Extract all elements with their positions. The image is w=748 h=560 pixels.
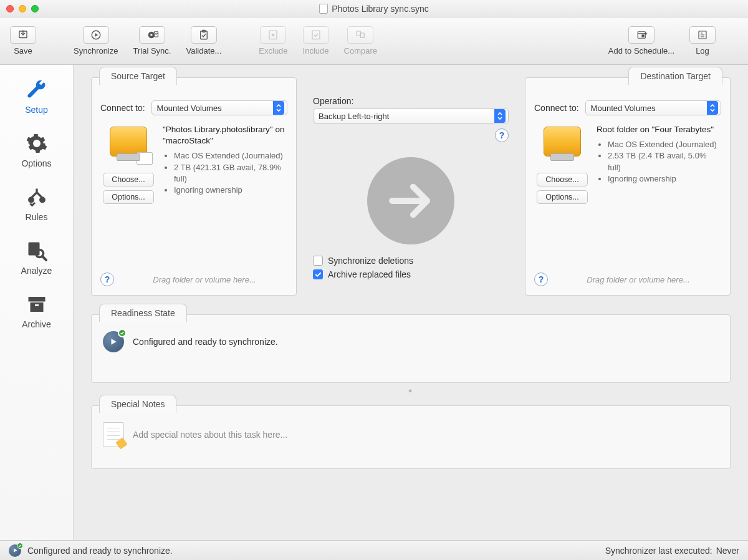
- source-drag-hint: Drag folder or volume here...: [122, 275, 287, 284]
- titlebar: Photos Library sync.sync: [0, 0, 748, 17]
- destination-title: Root folder on "Four Terabytes": [597, 124, 721, 135]
- rules-icon: [26, 186, 48, 208]
- toolbar-trial-sync[interactable]: Trial Sync.: [133, 26, 171, 56]
- trial-sync-icon: [146, 29, 158, 41]
- source-target-panel: Source Target Connect to: Mounted Volume…: [91, 77, 297, 296]
- source-drive-icon: [110, 127, 147, 157]
- source-options-button[interactable]: Options...: [103, 190, 154, 204]
- source-fs: Mac OS Extended (Journaled): [174, 150, 287, 162]
- source-ownership: Ignoring ownership: [174, 185, 287, 196]
- gear-icon: [26, 132, 48, 155]
- readiness-tab-label: Readiness State: [99, 304, 187, 322]
- toolbar-compare: Compare: [344, 26, 377, 56]
- toolbar-trial-label: Trial Sync.: [133, 46, 171, 56]
- operation-label: Operation:: [313, 96, 509, 106]
- validate-icon: [198, 29, 209, 41]
- status-icon: [9, 544, 21, 557]
- svg-point-13: [29, 198, 33, 202]
- notes-tab-label: Special Notes: [99, 395, 176, 413]
- select-chevrons-icon: [707, 101, 718, 115]
- svg-point-14: [40, 198, 44, 202]
- sidebar-options-label: Options: [21, 158, 51, 168]
- toolbar-log[interactable]: Log: [689, 26, 716, 56]
- sidebar-item-analyze[interactable]: Analyze: [0, 231, 73, 284]
- exclude-icon: [267, 29, 279, 41]
- source-connect-select[interactable]: Mounted Volumes: [151, 100, 287, 115]
- sidebar-analyze-label: Analyze: [21, 266, 52, 276]
- destination-ownership: Ignoring ownership: [608, 173, 721, 185]
- sidebar-item-setup[interactable]: Setup: [0, 70, 73, 123]
- toolbar-exclude-label: Exclude: [259, 46, 287, 56]
- toolbar-save[interactable]: Save: [10, 26, 36, 56]
- toolbar: Save Synchronize Trial Sync. Validate...: [0, 17, 748, 65]
- notes-placeholder[interactable]: Add special notes about this task here..…: [133, 430, 287, 440]
- close-window-button[interactable]: [6, 5, 14, 12]
- svg-rect-11: [642, 35, 644, 37]
- select-chevrons-icon: [273, 101, 284, 115]
- sync-deletions-label: Synchronize deletions: [328, 256, 413, 266]
- checkbox-checked-icon: [313, 269, 323, 279]
- toolbar-add-schedule[interactable]: Add to Schedule...: [608, 26, 674, 56]
- source-size: 2 TB (421.31 GB avail, 78.9% full): [174, 162, 287, 185]
- readiness-status-icon: [103, 331, 124, 352]
- compare-icon: [355, 29, 366, 41]
- status-text: Configured and ready to synchronize.: [27, 546, 173, 556]
- status-last-value: Never: [716, 546, 739, 556]
- window-controls: [6, 5, 39, 12]
- sidebar-item-rules[interactable]: Rules: [0, 177, 73, 231]
- toolbar-include-label: Include: [303, 46, 329, 56]
- readiness-text: Configured and ready to synchronize.: [133, 337, 278, 347]
- sidebar: Setup Options Rules Analyze Archive: [0, 65, 74, 540]
- schedule-icon: [636, 29, 647, 41]
- source-tab-label: Source Target: [99, 67, 177, 85]
- source-connect-value: Mounted Volumes: [157, 104, 222, 113]
- operation-select[interactable]: Backup Left-to-right: [313, 109, 509, 123]
- zoom-window-button[interactable]: [31, 5, 39, 12]
- sidebar-item-archive[interactable]: Archive: [0, 284, 73, 338]
- content-area: Source Target Connect to: Mounted Volume…: [74, 65, 748, 540]
- svg-rect-17: [28, 297, 45, 302]
- destination-connect-label: Connect to:: [534, 103, 579, 113]
- operation-column: Operation: Backup Left-to-right ?: [309, 77, 512, 296]
- checkbox-unchecked-icon: [313, 256, 323, 266]
- minimize-window-button[interactable]: [19, 5, 26, 12]
- destination-tab-label: Destination Target: [628, 67, 722, 85]
- sidebar-archive-label: Archive: [22, 319, 51, 329]
- destination-choose-button[interactable]: Choose...: [537, 173, 588, 186]
- toolbar-exclude: Exclude: [259, 26, 287, 56]
- operation-value: Backup Left-to-right: [319, 112, 389, 121]
- log-icon: [697, 29, 708, 41]
- toolbar-validate[interactable]: Validate...: [186, 26, 221, 56]
- source-choose-button[interactable]: Choose...: [103, 173, 154, 186]
- destination-size: 2.53 TB (2.4 TB avail, 5.0% full): [608, 150, 721, 173]
- destination-target-panel: Destination Target Connect to: Mounted V…: [525, 77, 731, 296]
- destination-connect-select[interactable]: Mounted Volumes: [585, 100, 721, 115]
- source-connect-label: Connect to:: [100, 103, 145, 113]
- toolbar-synchronize-label: Synchronize: [74, 46, 118, 56]
- destination-fs: Mac OS Extended (Journaled): [608, 139, 721, 150]
- destination-options-button[interactable]: Options...: [537, 190, 588, 204]
- source-help-button[interactable]: ?: [100, 273, 114, 286]
- toolbar-save-label: Save: [14, 46, 32, 56]
- sync-deletions-checkbox[interactable]: Synchronize deletions: [313, 256, 509, 266]
- toolbar-validate-label: Validate...: [186, 46, 221, 56]
- direction-arrow-icon: [367, 157, 454, 244]
- svg-rect-15: [28, 243, 39, 256]
- archive-replaced-checkbox[interactable]: Archive replaced files: [313, 269, 509, 279]
- play-icon: [90, 29, 102, 41]
- operation-help-button[interactable]: ?: [495, 128, 509, 142]
- svg-rect-8: [357, 31, 361, 36]
- notes-icon: [103, 422, 124, 447]
- destination-drag-hint: Drag folder or volume here...: [555, 275, 721, 284]
- destination-help-button[interactable]: ?: [534, 273, 548, 286]
- sidebar-item-options[interactable]: Options: [0, 123, 73, 177]
- toolbar-include: Include: [303, 26, 329, 56]
- svg-rect-7: [312, 31, 320, 39]
- special-notes-section: Special Notes Add special notes about th…: [91, 405, 731, 469]
- archive-icon: [26, 293, 48, 316]
- svg-rect-9: [361, 33, 365, 38]
- toolbar-synchronize[interactable]: Synchronize: [74, 26, 118, 56]
- archive-replaced-label: Archive replaced files: [328, 269, 411, 279]
- status-bar: Configured and ready to synchronize. Syn…: [0, 540, 748, 560]
- panel-resize-handle[interactable]: ●: [91, 387, 731, 394]
